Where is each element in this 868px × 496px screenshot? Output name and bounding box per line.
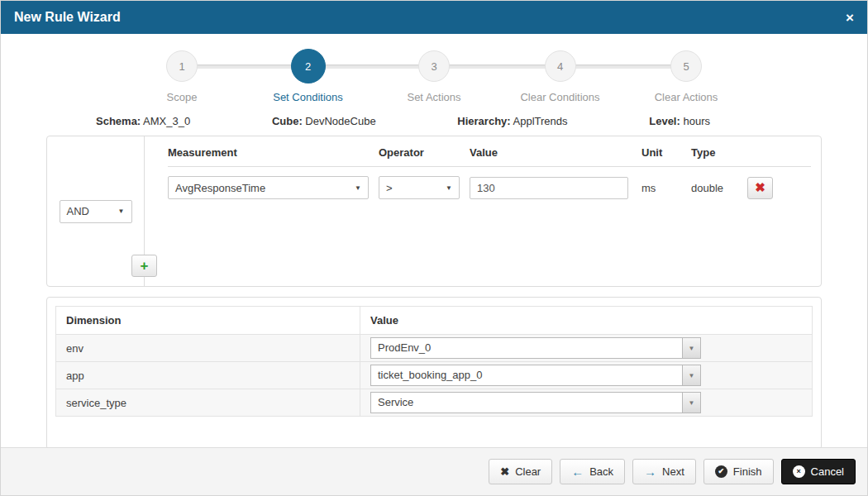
- cancel-button[interactable]: × Cancel: [781, 459, 856, 484]
- modal-header: New Rule Wizard ×: [1, 1, 867, 34]
- dimensions-header-row: Dimension Value: [56, 307, 813, 335]
- page-title: New Rule Wizard: [14, 10, 121, 25]
- conditions-header-row: Measurement Operator Value Unit Type: [168, 146, 811, 167]
- conditions-area: Measurement Operator Value Unit Type Avg…: [145, 136, 821, 286]
- cube-label: Cube:: [272, 115, 303, 127]
- step-circle-1[interactable]: 1: [166, 50, 198, 82]
- step-label-scope: Scope: [167, 91, 198, 103]
- table-row: app ticket_booking_app_0 ▼: [56, 362, 813, 389]
- step-scope[interactable]: 1 Scope: [128, 50, 236, 103]
- chevron-down-icon: ▼: [446, 184, 452, 192]
- finish-button[interactable]: ✔ Finish: [703, 459, 774, 484]
- cube-value: DevNodeCube: [305, 115, 375, 127]
- context-level: Level: hours: [649, 115, 710, 127]
- dimensions-table: Dimension Value env ProdEnv_0 ▼ app tick…: [55, 306, 813, 417]
- logic-operator-value: AND: [67, 205, 89, 217]
- step-circle-2[interactable]: 2: [291, 49, 326, 83]
- chevron-down-icon[interactable]: ▼: [682, 365, 700, 385]
- arrow-left-icon: ←: [571, 465, 584, 479]
- dimension-name-env: env: [56, 335, 360, 362]
- wizard-stepper: 1 Scope 2 Set Conditions 3 Set Actions 4…: [128, 50, 740, 103]
- service-type-selected-value: Service: [371, 393, 682, 413]
- clear-icon: ✖: [500, 465, 509, 478]
- step-clear-actions[interactable]: 5 Clear Actions: [632, 50, 740, 103]
- condition-row: AvgResponseTime ▼ > ▼ ms double ✖: [168, 176, 811, 199]
- context-hierarchy: Hierarchy: ApplTrends: [457, 115, 567, 127]
- chevron-down-icon: ▼: [118, 207, 125, 215]
- hierarchy-label: Hierarchy:: [457, 115, 510, 127]
- logic-operator-select[interactable]: AND ▼: [60, 200, 132, 223]
- finish-check-icon: ✔: [715, 465, 727, 478]
- next-button-label: Next: [662, 465, 684, 478]
- clear-button[interactable]: ✖ Clear: [489, 459, 552, 484]
- step-label-set-actions: Set Actions: [407, 91, 460, 103]
- add-condition-icon[interactable]: +: [131, 255, 157, 277]
- dimension-column-header: Dimension: [56, 307, 360, 335]
- clear-button-label: Clear: [515, 465, 541, 478]
- step-circle-4[interactable]: 4: [545, 50, 576, 82]
- type-column-header: Type: [691, 146, 747, 159]
- hierarchy-value: ApplTrends: [513, 115, 568, 127]
- step-circle-3[interactable]: 3: [418, 50, 450, 82]
- dimensions-panel: Dimension Value env ProdEnv_0 ▼ app tick…: [46, 297, 822, 450]
- dimension-value-column-header: Value: [360, 307, 813, 335]
- back-button[interactable]: ← Back: [560, 459, 625, 484]
- operator-column-header: Operator: [379, 146, 470, 159]
- schema-value: AMX_3_0: [143, 115, 190, 127]
- operator-select[interactable]: > ▼: [379, 176, 460, 199]
- context-schema: Schema: AMX_3_0: [96, 115, 190, 127]
- step-clear-conditions[interactable]: 4 Clear Conditions: [507, 50, 614, 103]
- table-row: service_type Service ▼: [56, 389, 813, 417]
- unit-column-header: Unit: [641, 146, 691, 159]
- service-type-value-combobox[interactable]: Service ▼: [370, 392, 701, 413]
- logic-operator-column: AND ▼: [47, 136, 145, 286]
- level-value: hours: [683, 115, 710, 127]
- chevron-down-icon[interactable]: ▼: [682, 338, 700, 358]
- back-button-label: Back: [589, 465, 613, 478]
- context-cube: Cube: DevNodeCube: [272, 115, 376, 127]
- cancel-button-label: Cancel: [811, 465, 844, 478]
- context-bar: Schema: AMX_3_0 Cube: DevNodeCube Hierar…: [96, 115, 710, 127]
- measurement-column-header: Measurement: [168, 146, 379, 159]
- cancel-x-icon: ×: [793, 465, 805, 478]
- condition-value-input[interactable]: [470, 177, 628, 199]
- env-selected-value: ProdEnv_0: [371, 338, 682, 358]
- table-row: env ProdEnv_0 ▼: [56, 335, 813, 362]
- step-set-actions[interactable]: 3 Set Actions: [380, 50, 488, 103]
- modal-footer: ✖ Clear ← Back → Next ✔ Finish × Cancel: [1, 447, 867, 495]
- schema-label: Schema:: [96, 115, 141, 127]
- measurement-select[interactable]: AvgResponseTime ▼: [168, 176, 369, 199]
- level-label: Level:: [649, 115, 680, 127]
- step-label-set-conditions: Set Conditions: [273, 91, 343, 103]
- value-column-header: Value: [470, 146, 641, 159]
- operator-selected-value: >: [386, 182, 393, 194]
- dimension-name-app: app: [56, 362, 360, 389]
- env-value-combobox[interactable]: ProdEnv_0 ▼: [370, 337, 701, 359]
- chevron-down-icon[interactable]: ▼: [682, 393, 700, 413]
- condition-unit: ms: [641, 182, 691, 194]
- step-label-clear-actions: Clear Actions: [655, 91, 718, 103]
- next-button[interactable]: → Next: [632, 459, 696, 484]
- app-value-combobox[interactable]: ticket_booking_app_0 ▼: [370, 365, 701, 386]
- finish-button-label: Finish: [733, 465, 762, 478]
- app-selected-value: ticket_booking_app_0: [371, 365, 682, 385]
- measurement-selected-value: AvgResponseTime: [175, 182, 265, 194]
- chevron-down-icon: ▼: [355, 184, 361, 192]
- step-label-clear-conditions: Clear Conditions: [520, 91, 599, 103]
- dimension-name-service-type: service_type: [56, 389, 360, 417]
- conditions-panel: AND ▼ Measurement Operator Value Unit Ty…: [46, 136, 822, 287]
- condition-type: double: [691, 182, 747, 194]
- step-set-conditions[interactable]: 2 Set Conditions: [255, 50, 362, 103]
- step-circle-5[interactable]: 5: [670, 50, 702, 82]
- close-icon[interactable]: ×: [846, 11, 854, 25]
- delete-condition-icon[interactable]: ✖: [747, 177, 773, 199]
- arrow-right-icon: →: [644, 465, 656, 479]
